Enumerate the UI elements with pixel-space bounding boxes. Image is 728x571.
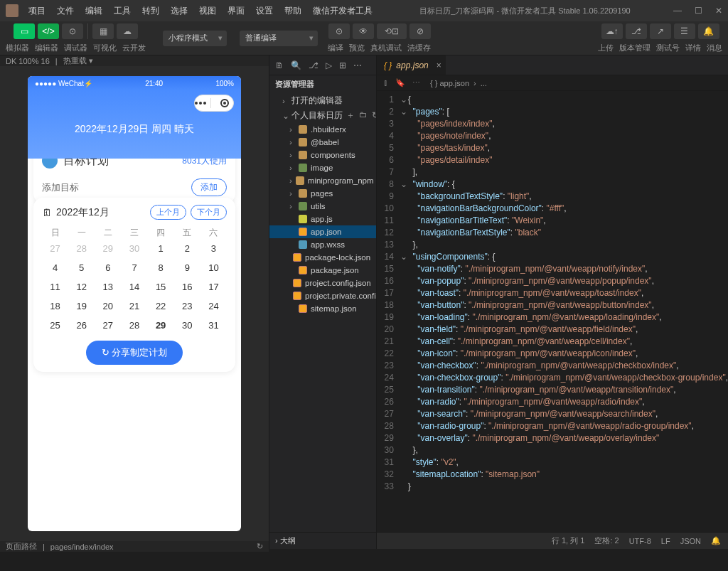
tree-item[interactable]: app.wxss [269, 238, 376, 251]
day-cell[interactable]: 29 [95, 243, 121, 254]
encoding-status[interactable]: UTF-8 [629, 537, 651, 545]
cursor-position[interactable]: 行 1, 列 1 [552, 535, 584, 546]
day-cell[interactable]: 27 [95, 320, 121, 331]
day-cell[interactable]: 28 [68, 243, 95, 254]
next-month-button[interactable]: 下个月 [191, 205, 227, 220]
menu-帮助[interactable]: 帮助 [280, 3, 306, 19]
maximize-icon[interactable]: ☐ [695, 6, 702, 16]
box-icon[interactable]: ⊞ [339, 60, 346, 70]
day-cell[interactable]: 26 [68, 320, 95, 331]
tree-item[interactable]: package.json [269, 264, 376, 277]
debugger-button[interactable]: ⊙ [62, 23, 83, 39]
day-cell[interactable]: 17 [200, 282, 227, 292]
compile-button[interactable]: ⊙ [328, 23, 350, 39]
day-cell[interactable]: 16 [174, 282, 200, 292]
lang-status[interactable]: JSON [680, 537, 701, 545]
day-cell[interactable]: 12 [68, 282, 95, 292]
eol-status[interactable]: LF [661, 537, 670, 545]
add-button[interactable]: 添加 [191, 178, 227, 196]
day-cell[interactable]: 13 [95, 282, 121, 292]
bookmark-icon[interactable]: 🔖 [395, 78, 405, 87]
tree-item[interactable]: ›image [269, 161, 376, 174]
tree-item[interactable]: ›.hbuilderx [269, 123, 376, 136]
bell-icon[interactable]: 🔔 [711, 536, 721, 545]
simulator-button[interactable]: ▭ [14, 23, 35, 39]
remote-debug-button[interactable]: ⟲⊡ [377, 23, 407, 39]
mode-select[interactable]: 小程序模式 [163, 31, 227, 46]
day-cell[interactable]: 3 [200, 243, 227, 254]
day-cell[interactable]: 14 [121, 282, 147, 292]
outline-section[interactable]: › 大纲 [269, 532, 376, 549]
menu-视图[interactable]: 视图 [195, 3, 220, 19]
day-cell[interactable]: 29 [148, 320, 174, 331]
tree-item[interactable]: app.json [269, 225, 376, 238]
refresh-icon[interactable]: ↻ [257, 542, 263, 551]
day-cell[interactable]: 5 [68, 262, 95, 273]
more-icon[interactable]: ⋯ [353, 60, 362, 70]
day-cell[interactable]: 7 [121, 262, 147, 273]
new-file-icon[interactable]: ＋ [346, 110, 355, 121]
tree-item[interactable]: ›@babel [269, 136, 376, 149]
message-button[interactable]: 🔔 [698, 23, 719, 39]
day-cell[interactable]: 4 [42, 262, 68, 273]
capsule-menu[interactable] [194, 95, 234, 112]
explorer-icon[interactable]: 🗎 [275, 60, 284, 70]
new-folder-icon[interactable]: 🗀 [359, 110, 368, 121]
day-cell[interactable]: 30 [174, 320, 200, 331]
close-tab-icon[interactable]: × [437, 60, 441, 70]
day-cell[interactable]: 20 [95, 301, 121, 311]
menu-文件[interactable]: 文件 [53, 3, 78, 19]
hot-reload-toggle[interactable]: 热重载 ▾ [63, 55, 93, 66]
cloud-button[interactable]: ☁ [117, 23, 138, 39]
editor-button[interactable]: </> [38, 23, 59, 39]
day-cell[interactable]: 19 [68, 301, 95, 311]
close-icon[interactable]: ✕ [715, 6, 722, 16]
menu-微信开发者工具[interactable]: 微信开发者工具 [309, 3, 377, 19]
tree-item[interactable]: sitemap.json [269, 302, 376, 315]
prev-month-button[interactable]: 上个月 [150, 205, 186, 220]
day-cell[interactable]: 27 [42, 243, 68, 254]
day-cell[interactable]: 25 [42, 320, 68, 331]
day-cell[interactable]: 23 [174, 301, 200, 311]
testid-button[interactable]: ↗ [650, 23, 671, 39]
day-cell[interactable]: 2 [174, 243, 200, 254]
tree-item[interactable]: app.js [269, 213, 376, 225]
more-editor-icon[interactable]: ⋯ [412, 78, 420, 87]
debug-icon[interactable]: ▷ [326, 60, 332, 70]
day-cell[interactable]: 28 [121, 320, 147, 331]
day-cell[interactable]: 10 [200, 262, 227, 273]
day-cell[interactable]: 11 [42, 282, 68, 292]
share-button[interactable]: ↻ 分享制定计划 [86, 341, 183, 365]
minimize-icon[interactable]: — [673, 6, 682, 16]
menu-选择[interactable]: 选择 [166, 3, 192, 19]
tree-item[interactable]: project.config.json [269, 277, 376, 289]
day-cell[interactable]: 9 [174, 262, 200, 273]
zoom-level[interactable]: DK 100% 16 [6, 57, 50, 65]
split-icon[interactable]: ⫿ [384, 78, 388, 87]
menu-设置[interactable]: 设置 [252, 3, 277, 19]
code-editor[interactable]: { "pages": [ "pages/index/index", "pages… [408, 91, 728, 532]
day-cell[interactable]: 18 [42, 301, 68, 311]
day-cell[interactable]: 6 [95, 262, 121, 273]
tree-item[interactable]: package-lock.json [269, 251, 376, 264]
day-cell[interactable]: 31 [200, 320, 227, 331]
compile-select[interactable]: 普通编译 [240, 31, 318, 46]
day-cell[interactable]: 30 [121, 243, 147, 254]
clear-cache-button[interactable]: ⊘ [410, 23, 431, 39]
menu-项目[interactable]: 项目 [24, 3, 50, 19]
day-cell[interactable]: 8 [148, 262, 174, 273]
project-root[interactable]: ⌄个人目标日历＋🗀↻⊟ [269, 108, 376, 123]
day-cell[interactable]: 15 [148, 282, 174, 292]
indent-status[interactable]: 空格: 2 [594, 535, 619, 546]
git-icon[interactable]: ⎇ [309, 60, 318, 70]
search-icon[interactable]: 🔍 [291, 60, 301, 70]
tree-item[interactable]: ›miniprogram_npm [269, 174, 376, 187]
menu-工具[interactable]: 工具 [109, 3, 135, 19]
day-cell[interactable]: 1 [148, 243, 174, 254]
preview-button[interactable]: 👁 [353, 23, 374, 39]
tree-item[interactable]: ›components [269, 149, 376, 161]
upload-button[interactable]: ☁↑ [601, 23, 623, 39]
tree-item[interactable]: project.private.config.js... [269, 289, 376, 302]
day-cell[interactable]: 24 [200, 301, 227, 311]
menu-编辑[interactable]: 编辑 [81, 3, 107, 19]
